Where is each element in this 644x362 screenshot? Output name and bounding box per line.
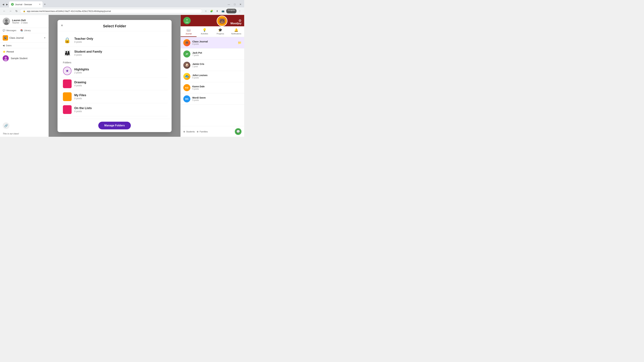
folder-item-drawing[interactable]: Drawing 4 posts [62,77,168,90]
folder-item-teacher-only[interactable]: 🔒 Teacher Only 0 posts [62,34,168,47]
folder-posts: 0 posts [74,40,93,43]
link-btn[interactable]: 🔗 [3,122,10,129]
tab-progress-label: Progress [217,33,224,35]
class-name: Class Journal [10,36,42,39]
library-nav[interactable]: 📚 Library [20,29,31,32]
folder-item-highlights[interactable]: ★ Highlights 2 posts [62,64,168,77]
main-content: × Select Folder 🔒 Teacher Only 0 posts [49,15,180,137]
download-btn[interactable]: ⬇ [215,9,220,13]
url-bar[interactable]: 🔒 app.seesaw.me/#/class/class.e01bf4c2-9… [20,9,202,13]
tab-notifications[interactable]: 🔔 Notifications [228,26,244,37]
folder-info-drawing: Drawing 4 posts [74,81,86,87]
restore-btn[interactable]: □ [233,2,237,6]
families-btn-label: Families [200,130,208,133]
menu-btn[interactable]: ⋮ [238,9,242,13]
active-tab[interactable]: S Journal - Seesaw ✕ [9,1,42,7]
add-btn[interactable]: + Add [183,17,191,24]
extensions-btn[interactable]: 🧩 [209,9,214,13]
modal-footer: Manage Folders [58,119,172,132]
mordi-posts: 5 posts [192,99,242,101]
folder-posts-highlights: 2 posts [74,71,89,74]
tab-activities-label: Activities [201,33,208,35]
student-list-item-mordi[interactable]: MS Mordi Seem 5 posts [180,93,244,105]
bookmark-btn[interactable]: ☆ [204,9,208,13]
karen-avatar: KD [183,84,190,91]
folder-item-student-family[interactable]: 👨‍👩‍👧 Student and Family 0 posts [62,47,168,60]
student-list-item-jamie[interactable]: 🐶 Jamie Cris 1 post [180,60,244,71]
tab-forward-btn[interactable]: ▶ [5,2,9,6]
cast-btn[interactable]: 📺 [220,9,225,13]
pinned-student-item[interactable]: Sample Student [0,54,48,63]
manage-folders-btn[interactable]: Manage Folders [98,122,131,129]
address-bar: ← → ↻ 🔒 app.seesaw.me/#/class/class.e01b… [0,7,244,15]
families-btn[interactable]: ⊕ Families [197,130,208,133]
plus-students-icon: ⊕ [183,130,185,133]
folder-posts-drawing: 4 posts [74,84,86,87]
minimize-btn[interactable]: — [226,2,232,6]
modal-title: Select Folder [103,24,126,28]
mordi-name: Mordi Seem [192,96,242,99]
folder-item-myfiles[interactable]: My Files 0 posts [62,90,168,103]
tab-back-btn[interactable]: ◀ [1,2,5,6]
folder-info-highlights: Highlights 2 posts [74,68,89,74]
student-list-item-john[interactable]: 🐟 John Louises 6 posts [180,71,244,82]
tab-journal[interactable]: 📖 Journal [180,26,196,37]
moodjoy-name: Moodjoy [230,22,242,25]
security-icon: 🔒 [23,10,26,12]
app-container: Lauren Deli Teacher · 1 Class 💬 Messages… [0,15,244,137]
tab-favicon: S [11,3,14,6]
bottom-actions: ⊕ Students ⊕ Families 💬 [180,126,244,137]
modal-body: 🔒 Teacher Only 0 posts 👨‍👩‍👧 Student and… [58,31,172,119]
reload-btn[interactable]: ↻ [14,9,19,13]
class-selector[interactable]: 📓 Class Journal ▼ [0,33,48,43]
sidebar-spacer [0,63,48,121]
modal-overlay[interactable]: × Select Folder 🔒 Teacher Only 0 posts [49,15,180,137]
lock-icon: 🔒 [63,36,72,44]
user-avatar [3,17,10,25]
messages-icon: 💬 [3,29,5,32]
tab-activities[interactable]: 💡 Activities [196,26,212,37]
incognito-badge: Incognito [226,9,236,13]
moodjoy-avatar: 🐻 [217,15,228,26]
chat-btn[interactable]: 💬 [235,128,242,135]
browser-chrome: ◀ ▶ S Journal - Seesaw ✕ + — □ ✕ ← → ↻ 🔒… [0,0,244,15]
date-bar: ◀ Dates [0,43,48,48]
close-window-btn[interactable]: ✕ [238,2,243,6]
folders-section-label: Folders [62,60,168,64]
mordi-info: Mordi Seem 5 posts [192,96,242,101]
modal-header: × Select Folder [58,20,172,31]
modal-close-btn[interactable]: × [61,23,63,28]
tab-close-btn[interactable]: ✕ [39,3,40,5]
nav-tabs: 📖 Journal 💡 Activities 🎓 Progress 🔔 Noti… [180,26,244,37]
chevron-down-icon: ▼ [44,37,46,39]
class-journal-info: Class Journal 9 posts [192,40,236,45]
tab-bar: ◀ ▶ S Journal - Seesaw ✕ + — □ ✕ [0,0,244,7]
student-list-item-karen[interactable]: KD Karen Dale 5 posts [180,82,244,93]
library-label: Library [24,29,31,32]
new-tab-btn[interactable]: + [42,3,47,6]
progress-icon: 🎓 [218,28,222,32]
student-avatar [3,55,9,61]
forward-btn[interactable]: → [8,9,13,13]
class-journal-folder-btn[interactable]: 📁 [238,41,242,44]
tab-progress[interactable]: 🎓 Progress [212,26,228,37]
karen-name: Karen Dale [192,85,242,88]
pinned-section: ⭐ Pinned [0,48,48,54]
plus-icon: + [186,18,188,21]
folder-item-onthelists[interactable]: On the Lists 0 posts [62,103,168,116]
journal-icon: 📖 [186,28,191,32]
messages-nav[interactable]: 💬 Messages [3,29,16,32]
folder-info-teacher-only: Teacher Only 0 posts [74,37,93,43]
john-posts: 6 posts [192,77,242,79]
class-journal-list-item[interactable]: 🐻 Class Journal 9 posts 📁 [180,37,244,48]
date-back-btn[interactable]: ◀ [3,44,4,47]
pinned-text: Pinned [6,50,14,53]
pinned-label: ⭐ Pinned [3,50,46,53]
date-text: Dates [6,44,46,47]
student-list-item-jackpot[interactable]: JP Jack Pot 7 posts [180,48,244,60]
svg-point-4 [5,57,7,59]
back-btn[interactable]: ← [2,9,7,13]
karen-posts: 5 posts [192,88,242,90]
student-list: 🐻 Class Journal 9 posts 📁 JP Jack Pot 7 … [180,37,244,126]
students-btn[interactable]: ⊕ Students [183,130,195,133]
